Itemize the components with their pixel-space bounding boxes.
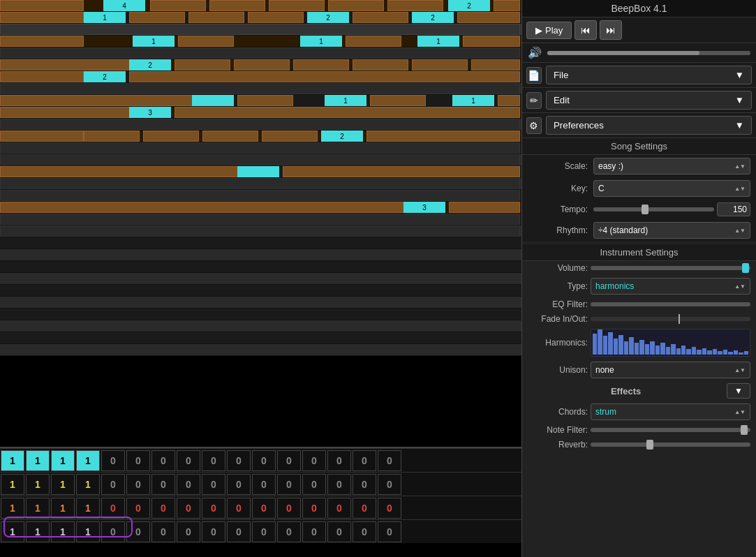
track-row[interactable]: 2 [0, 71, 521, 83]
tempo-input[interactable] [717, 202, 750, 216]
track-row[interactable]: 2 [0, 131, 521, 142]
harmonic-bar[interactable] [723, 350, 727, 355]
harmonic-bar[interactable] [702, 348, 706, 355]
harmonic-bar[interactable] [676, 348, 681, 355]
inst-cell[interactable]: 0 [177, 474, 200, 495]
harmonic-bar[interactable] [639, 340, 644, 355]
inst-cell[interactable]: 0 [202, 498, 225, 519]
inst-cell[interactable]: 0 [177, 450, 200, 471]
harmonic-bar[interactable] [650, 341, 654, 355]
harmonic-bar[interactable] [744, 351, 748, 355]
inst-cell[interactable]: 1 [51, 450, 75, 471]
inst-cell[interactable]: 0 [302, 521, 326, 542]
inst-cell[interactable]: 0 [327, 450, 351, 471]
track-row[interactable] [0, 237, 521, 249]
track-row[interactable] [0, 344, 521, 356]
volume-slider[interactable] [547, 51, 750, 55]
type-select[interactable]: harmonics ▲▼ [591, 278, 750, 295]
inst-cell[interactable]: 0 [252, 521, 276, 542]
inst-cell[interactable]: 0 [252, 498, 276, 519]
inst-cell[interactable]: 0 [126, 498, 150, 519]
inst-cell[interactable]: 0 [202, 450, 225, 471]
inst-cell[interactable]: 0 [302, 498, 326, 519]
inst-cell[interactable]: 0 [151, 498, 175, 519]
track-row[interactable]: 3 [0, 107, 521, 119]
inst-cell[interactable]: 1 [1, 498, 24, 519]
track-row[interactable] [0, 166, 521, 178]
track-row[interactable] [0, 320, 521, 332]
track-row[interactable] [0, 47, 521, 59]
inst-cell[interactable]: 0 [277, 474, 301, 495]
inst-cell[interactable]: 0 [378, 498, 401, 519]
harmonic-bar[interactable] [734, 350, 738, 355]
track-row[interactable] [0, 261, 521, 273]
inst-cell[interactable]: 0 [227, 450, 251, 471]
harmonic-bar[interactable] [697, 350, 701, 355]
track-row[interactable] [0, 142, 521, 154]
track-row[interactable] [0, 178, 521, 190]
inst-cell[interactable]: 0 [126, 474, 150, 495]
reverb-slider[interactable] [591, 443, 750, 447]
harmonic-bar[interactable] [728, 352, 732, 355]
edit-menu-button[interactable]: Edit ▼ [546, 91, 752, 110]
inst-cell[interactable]: 0 [126, 450, 150, 471]
track-row[interactable]: 1 2 2 [0, 12, 521, 24]
track-row[interactable] [0, 119, 521, 131]
inst-cell[interactable]: 0 [327, 521, 351, 542]
inst-cell[interactable]: 0 [151, 474, 175, 495]
track-row[interactable] [0, 154, 521, 166]
harmonic-bar[interactable] [598, 329, 602, 355]
inst-cell[interactable]: 0 [101, 474, 125, 495]
inst-cell[interactable]: 0 [327, 474, 351, 495]
tempo-slider[interactable] [593, 207, 714, 211]
harmonic-bar[interactable] [718, 351, 722, 355]
harmonic-bar[interactable] [629, 337, 633, 355]
track-row[interactable] [0, 190, 521, 202]
inst-cell[interactable]: 0 [353, 474, 376, 495]
preferences-menu-button[interactable]: Preferences ▼ [546, 116, 752, 135]
track-row[interactable] [0, 24, 521, 36]
inst-cell[interactable]: 1 [26, 498, 50, 519]
inst-cell[interactable]: 1 [1, 474, 24, 495]
inst-cell[interactable]: 0 [227, 521, 251, 542]
harmonic-bar[interactable] [707, 350, 711, 355]
track-row[interactable] [0, 285, 521, 297]
chords-select[interactable]: strum ▲▼ [591, 403, 750, 420]
inst-cell[interactable]: 0 [101, 498, 125, 519]
fade-slider[interactable] [591, 317, 750, 321]
key-select[interactable]: C ▲▼ [593, 180, 750, 197]
harmonic-bar[interactable] [686, 349, 690, 355]
track-row[interactable] [0, 309, 521, 320]
inst-cell[interactable]: 1 [51, 474, 75, 495]
inst-cell[interactable]: 0 [353, 450, 376, 471]
inst-cell[interactable]: 0 [227, 474, 251, 495]
track-row[interactable] [0, 249, 521, 261]
inst-cell[interactable]: 0 [202, 521, 225, 542]
harmonic-bar[interactable] [624, 341, 628, 355]
harmonic-bar[interactable] [666, 347, 670, 355]
track-row[interactable] [0, 225, 521, 237]
track-row[interactable] [0, 214, 521, 225]
inst-cell[interactable]: 0 [302, 450, 326, 471]
track-row[interactable]: 4 2 [0, 0, 521, 12]
inst-cell[interactable]: 1 [76, 474, 100, 495]
inst-cell[interactable]: 0 [378, 474, 401, 495]
harmonic-bar[interactable] [713, 349, 717, 355]
inst-cell[interactable]: 0 [151, 521, 175, 542]
eq-slider[interactable] [591, 302, 750, 306]
harmonic-bar[interactable] [618, 335, 623, 355]
inst-cell[interactable]: 0 [227, 498, 251, 519]
note-filter-slider[interactable] [591, 428, 750, 432]
harmonic-bar[interactable] [645, 344, 649, 355]
harmonic-bar[interactable] [593, 334, 597, 355]
inst-cell[interactable]: 1 [51, 498, 75, 519]
harmonic-bar[interactable] [660, 343, 665, 355]
harmonic-bar[interactable] [739, 352, 743, 355]
inst-cell[interactable]: 0 [177, 498, 200, 519]
inst-cell[interactable]: 1 [26, 474, 50, 495]
inst-cell[interactable]: 0 [177, 521, 200, 542]
harmonic-bar[interactable] [635, 343, 639, 355]
harmonic-bar[interactable] [608, 332, 612, 355]
inst-cell[interactable]: 1 [1, 450, 24, 471]
track-row[interactable]: 1 1 1 [0, 36, 521, 47]
